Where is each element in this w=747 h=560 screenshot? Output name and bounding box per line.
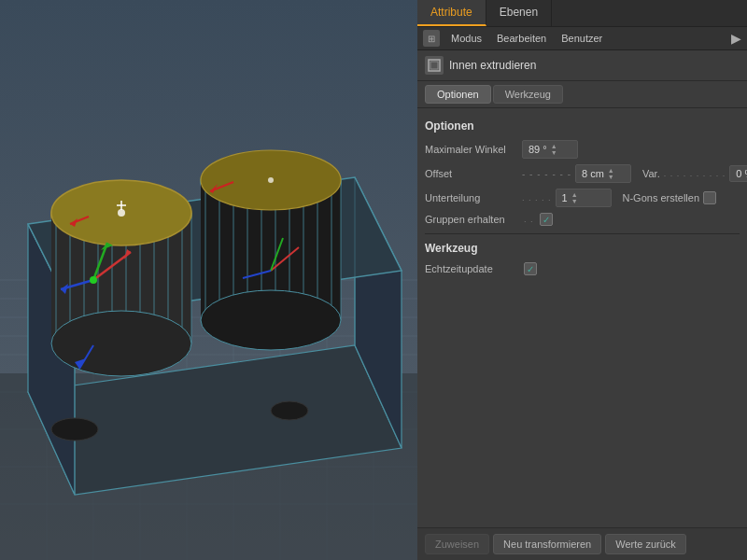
panel-content: Optionen Maximaler Winkel 89 ° ▲ ▼ Offse…: [417, 108, 747, 527]
subtab-werkzeug[interactable]: Werkzeug: [493, 85, 563, 104]
unterteilung-label: Unterteilung: [425, 192, 518, 203]
tab-attribute[interactable]: Attribute: [417, 0, 486, 26]
svg-point-55: [268, 177, 274, 183]
svg-rect-78: [430, 62, 438, 69]
gruppen-row: Gruppen erhalten . .: [425, 213, 740, 226]
svg-point-67: [51, 418, 98, 441]
main-tabs: Attribute Ebenen: [417, 0, 747, 27]
tool-icon: [425, 56, 444, 75]
svg-point-40: [51, 311, 191, 376]
toolbar: ⊞ Modus Bearbeiten Benutzer ▶: [417, 27, 747, 50]
unterteilung-spinner[interactable]: ▲ ▼: [571, 191, 578, 204]
properties-panel: Attribute Ebenen ⊞ Modus Bearbeiten Benu…: [417, 0, 747, 560]
offset-value[interactable]: 8 cm ▲ ▼: [575, 164, 631, 183]
tool-header: Innen extrudieren: [417, 50, 747, 81]
werte-zurueck-button[interactable]: Werte zurück: [605, 534, 686, 554]
svg-point-39: [118, 209, 125, 217]
maximaler-winkel-spinner[interactable]: ▲ ▼: [551, 143, 557, 156]
modus-btn[interactable]: Modus: [447, 31, 486, 46]
svg-point-68: [271, 401, 308, 420]
var-label: Var.: [642, 168, 660, 179]
zuweisen-button[interactable]: Zuweisen: [425, 534, 489, 554]
offset-dots: - - - - - - -: [522, 169, 571, 179]
gruppen-checkbox[interactable]: [540, 213, 553, 226]
buttons-row: Zuweisen Neu transformieren Werte zurück: [417, 527, 747, 560]
tab-ebenen[interactable]: Ebenen: [486, 0, 552, 26]
offset-row: Offset - - - - - - - 8 cm ▲ ▼ Var. . . .…: [425, 164, 740, 183]
bearbeiten-btn[interactable]: Bearbeiten: [493, 31, 550, 46]
werkzeug-title: Werkzeug: [425, 242, 740, 255]
offset-label: Offset: [425, 168, 518, 179]
maximaler-winkel-label: Maximaler Winkel: [425, 144, 518, 155]
unterteilung-value[interactable]: 1 ▲ ▼: [556, 189, 612, 207]
arrow-icon: ▶: [731, 31, 741, 46]
ngons-checkbox[interactable]: [703, 191, 716, 204]
maximaler-winkel-row: Maximaler Winkel 89 ° ▲ ▼: [425, 140, 740, 159]
gruppen-label: Gruppen erhalten: [425, 214, 518, 225]
neu-transformieren-button[interactable]: Neu transformieren: [493, 534, 601, 554]
unterteilung-row: Unterteilung . . . . . 1 ▲ ▼ N-Gons erst…: [425, 189, 740, 207]
subtab-optionen[interactable]: Optionen: [425, 85, 491, 104]
optionen-title: Optionen: [425, 119, 740, 133]
var-dots: . . . . . . . . . .: [664, 169, 726, 178]
unterteilung-dots: . . . . .: [522, 193, 552, 203]
echtzeitupdate-checkbox[interactable]: [524, 262, 537, 275]
var-value[interactable]: 0 %: [729, 165, 747, 182]
maximaler-winkel-value[interactable]: 89 ° ▲ ▼: [522, 140, 578, 159]
echtzeitupdate-row: Echtzeitupdate: [425, 262, 740, 275]
echtzeitupdate-label: Echtzeitupdate: [425, 263, 518, 274]
tool-title: Innen extrudieren: [449, 59, 536, 72]
svg-point-63: [90, 276, 97, 284]
mode-icon: ⊞: [423, 30, 440, 47]
sub-tabs: Optionen Werkzeug: [417, 81, 747, 108]
benutzer-btn[interactable]: Benutzer: [557, 31, 606, 46]
viewport-3d[interactable]: [0, 0, 417, 560]
ngons-label: N-Gons erstellen: [623, 192, 700, 203]
offset-spinner[interactable]: ▲ ▼: [608, 167, 614, 180]
section-divider: [425, 233, 740, 234]
svg-point-56: [201, 290, 341, 350]
